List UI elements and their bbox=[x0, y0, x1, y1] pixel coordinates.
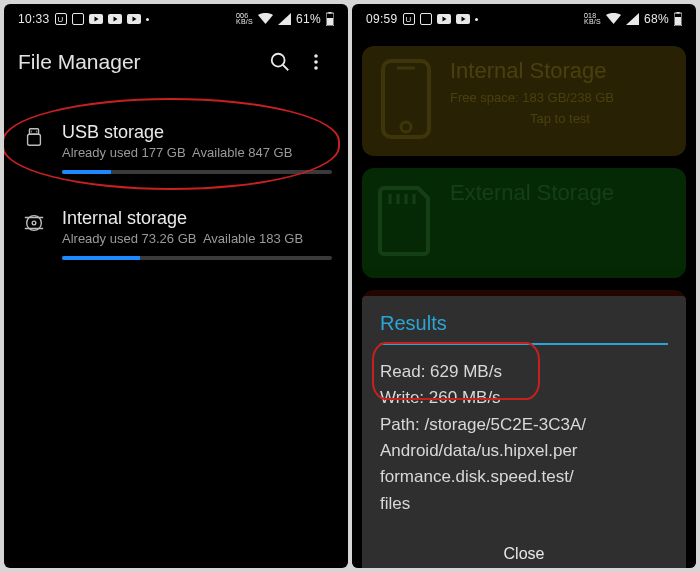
youtube-icon-2 bbox=[108, 14, 122, 24]
svg-point-8 bbox=[314, 54, 318, 58]
storage-subtitle: Already used 73.26 GB Available 183 GB bbox=[62, 231, 332, 246]
svg-rect-22 bbox=[677, 12, 680, 14]
svg-rect-4 bbox=[329, 12, 332, 14]
phone-icon bbox=[376, 60, 436, 138]
u-icon: U bbox=[403, 13, 415, 25]
storage-title: Internal storage bbox=[62, 208, 332, 229]
storage-item-internal[interactable]: Internal storage Already used 73.26 GB A… bbox=[4, 194, 348, 280]
dialog-divider bbox=[380, 343, 668, 345]
dialog-title: Results bbox=[380, 312, 668, 335]
app-icon-1 bbox=[72, 13, 84, 25]
card-free-space: Free space: 183 GB/238 GB bbox=[450, 90, 670, 105]
sdcard-icon bbox=[376, 182, 436, 260]
svg-point-10 bbox=[314, 66, 318, 70]
svg-point-6 bbox=[272, 54, 285, 67]
storage-subtitle: Already used 177 GB Available 847 GB bbox=[62, 145, 332, 160]
clock: 10:33 bbox=[18, 12, 50, 26]
svg-rect-23 bbox=[675, 17, 681, 25]
battery-icon bbox=[326, 12, 334, 26]
storage-item-usb[interactable]: USB storage Already used 177 GB Availabl… bbox=[4, 108, 348, 194]
battery-pct: 68% bbox=[644, 12, 669, 26]
youtube-icon bbox=[437, 14, 451, 24]
statusbar-right: 09:59 U 018KB/S 68% bbox=[352, 4, 696, 34]
youtube-icon bbox=[89, 14, 103, 24]
appbar: File Manager bbox=[4, 34, 348, 90]
statusbar-left: 10:33 U 006KB/S 61% bbox=[4, 4, 348, 34]
storage-list: USB storage Already used 177 GB Availabl… bbox=[4, 90, 348, 280]
app-title: File Manager bbox=[18, 50, 141, 74]
svg-rect-24 bbox=[383, 61, 429, 137]
card-title: External Storage bbox=[450, 180, 670, 206]
youtube-icon-2 bbox=[456, 14, 470, 24]
svg-rect-5 bbox=[327, 18, 333, 25]
phone-left: 10:33 U 006KB/S 61% bbox=[4, 4, 348, 568]
result-read: Read: 629 MB/s bbox=[380, 359, 668, 385]
svg-point-16 bbox=[32, 221, 36, 225]
card-external-storage[interactable]: External Storage bbox=[362, 168, 686, 278]
result-path-2: Android/data/us.hipxel.per bbox=[380, 438, 668, 464]
close-button[interactable]: Close bbox=[380, 531, 668, 568]
cards-container: Internal Storage Free space: 183 GB/238 … bbox=[352, 34, 696, 568]
results-dialog: Results Read: 629 MB/s Write: 260 MB/s P… bbox=[362, 296, 686, 568]
result-path-4: files bbox=[380, 491, 668, 517]
battery-pct: 61% bbox=[296, 12, 321, 26]
svg-point-9 bbox=[314, 60, 318, 64]
svg-point-25 bbox=[401, 122, 411, 132]
u-icon: U bbox=[55, 13, 67, 25]
more-notifications-dot bbox=[146, 18, 149, 21]
usb-icon bbox=[20, 122, 48, 174]
result-path-3: formance.disk.speed.test/ bbox=[380, 464, 668, 490]
storage-title: USB storage bbox=[62, 122, 332, 143]
data-icon: 018KB/S bbox=[584, 13, 601, 25]
phone-right: 09:59 U 018KB/S 68% bbox=[352, 4, 696, 568]
svg-rect-12 bbox=[28, 134, 41, 145]
battery-icon bbox=[674, 12, 682, 26]
more-vert-icon bbox=[307, 53, 325, 71]
data-icon: 006KB/S bbox=[236, 13, 253, 25]
cell-signal-icon bbox=[278, 13, 291, 25]
storage-icon bbox=[20, 208, 48, 260]
result-path: Path: /storage/5C2E-3C3A/ bbox=[380, 412, 668, 438]
search-icon bbox=[269, 51, 291, 73]
search-button[interactable] bbox=[262, 51, 298, 73]
youtube-icon-3 bbox=[127, 14, 141, 24]
card-title: Internal Storage bbox=[450, 58, 670, 84]
storage-progress bbox=[62, 170, 332, 174]
wifi-icon bbox=[606, 13, 621, 25]
overflow-menu-button[interactable] bbox=[298, 53, 334, 71]
result-write: Write: 260 MB/s bbox=[380, 385, 668, 411]
app-icon-1 bbox=[420, 13, 432, 25]
wifi-icon bbox=[258, 13, 273, 25]
svg-line-7 bbox=[283, 65, 289, 71]
more-notifications-dot bbox=[475, 18, 478, 21]
storage-progress bbox=[62, 256, 332, 260]
clock: 09:59 bbox=[366, 12, 398, 26]
cell-signal-icon bbox=[626, 13, 639, 25]
card-internal-storage[interactable]: Internal Storage Free space: 183 GB/238 … bbox=[362, 46, 686, 156]
card-tap-hint: Tap to test bbox=[450, 111, 670, 126]
